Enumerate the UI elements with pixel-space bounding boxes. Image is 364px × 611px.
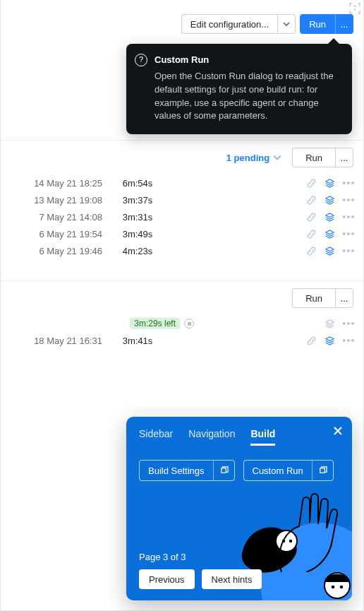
run-button-group: Run ... xyxy=(300,14,353,34)
build-section-1: 1 pending Run ... 14 May 21 18:256m:54s•… xyxy=(1,140,363,259)
corner-brackets-icon xyxy=(346,0,363,17)
layers-icon[interactable] xyxy=(324,211,335,223)
build-row[interactable]: 18 May 21 16:313m:41s••• xyxy=(1,332,363,349)
copy-icon[interactable] xyxy=(312,461,333,480)
build-duration: 3m:31s xyxy=(109,212,166,223)
build-row[interactable]: 6 May 21 19:464m:23s••• xyxy=(1,242,363,259)
link-icon[interactable] xyxy=(305,335,317,346)
edit-config-dropdown[interactable] xyxy=(277,14,296,34)
chevron-down-icon xyxy=(272,153,282,162)
build-time: 14 May 21 18:25 xyxy=(11,178,109,189)
section-run-button[interactable]: Run xyxy=(292,148,335,167)
custom-run-tooltip: ? Custom Run Open the Custom Run dialog … xyxy=(126,44,352,134)
link-icon[interactable] xyxy=(305,211,317,223)
layers-icon[interactable] xyxy=(324,177,335,189)
pill-custom-run[interactable]: Custom Run xyxy=(243,460,334,481)
row-more[interactable]: ••• xyxy=(342,320,353,327)
tab-navigation[interactable]: Navigation xyxy=(188,428,235,446)
build-time: 6 May 21 19:54 xyxy=(11,229,109,239)
layers-icon[interactable] xyxy=(324,335,335,346)
hint-tabs: Sidebar Navigation Build xyxy=(126,417,352,454)
previous-button[interactable]: Previous xyxy=(139,569,195,589)
build-duration: 3m:37s xyxy=(109,195,166,206)
run-button[interactable]: Run xyxy=(300,14,335,34)
pending-text: 1 pending xyxy=(226,153,269,163)
link-icon[interactable] xyxy=(305,194,317,206)
layers-icon[interactable] xyxy=(324,318,335,329)
svg-rect-1 xyxy=(320,468,325,473)
tooltip-title: Custom Run xyxy=(154,54,341,67)
link-icon[interactable] xyxy=(305,245,317,256)
layers-icon[interactable] xyxy=(324,228,335,239)
deco-circle xyxy=(260,523,352,600)
layers-icon[interactable] xyxy=(324,194,335,206)
tooltip-body: Open the Custom Run dialog to readjust t… xyxy=(154,70,341,123)
build-section-2: Run ... 3m:29s left ••• 18 May 21 16:313… xyxy=(1,280,363,349)
build-duration: 3m:49s xyxy=(109,229,166,239)
next-hints-button[interactable]: Next hints xyxy=(202,569,262,589)
topbar: Edit configuration... Run ... xyxy=(1,0,363,34)
edit-config-button-group: Edit configuration... xyxy=(181,14,296,34)
copy-icon[interactable] xyxy=(213,461,234,480)
build-duration: 3m:41s xyxy=(109,336,166,346)
build-time: 13 May 21 19:08 xyxy=(11,195,109,206)
row-more[interactable]: ••• xyxy=(342,179,353,186)
section2-run-button[interactable]: Run xyxy=(292,288,335,308)
row-more[interactable]: ••• xyxy=(342,337,353,344)
row-more[interactable]: ••• xyxy=(342,230,353,237)
running-badge: 3m:29s left xyxy=(130,318,180,329)
run-more-button[interactable]: ... xyxy=(335,14,353,34)
row-more[interactable]: ••• xyxy=(342,247,353,254)
chevron-down-icon xyxy=(283,20,290,28)
hint-page: Page 3 of 3 xyxy=(139,552,262,562)
help-icon: ? xyxy=(135,54,147,66)
build-row[interactable]: 14 May 21 18:256m:54s••• xyxy=(1,174,363,191)
build-row[interactable]: 7 May 21 14:083m:31s••• xyxy=(1,208,363,225)
link-icon[interactable] xyxy=(305,177,317,189)
build-row[interactable]: 6 May 21 19:543m:49s••• xyxy=(1,225,363,242)
build-duration: 6m:54s xyxy=(109,178,166,189)
build-time: 18 May 21 16:31 xyxy=(11,336,109,346)
pending-link[interactable]: 1 pending xyxy=(226,153,282,163)
section2-run-group: Run ... xyxy=(292,288,353,308)
section-run-group: Run ... xyxy=(292,148,353,167)
build-time: 7 May 21 14:08 xyxy=(11,212,109,223)
build-time: 6 May 21 19:46 xyxy=(11,246,109,256)
build-duration: 4m:23s xyxy=(109,246,166,256)
link-icon[interactable] xyxy=(305,228,317,239)
svg-rect-0 xyxy=(221,468,226,473)
tab-build[interactable]: Build xyxy=(250,428,275,446)
pill-label: Build Settings xyxy=(140,461,213,480)
row-more[interactable]: ••• xyxy=(342,213,353,220)
hint-panel: Sidebar Navigation Build Build Settings … xyxy=(126,417,352,600)
section-run-more[interactable]: ... xyxy=(335,148,353,167)
close-button[interactable] xyxy=(329,422,346,439)
edit-config-button[interactable]: Edit configuration... xyxy=(181,14,277,34)
close-icon xyxy=(333,426,343,436)
build-row[interactable]: 13 May 21 19:083m:37s••• xyxy=(1,191,363,208)
pill-build-settings[interactable]: Build Settings xyxy=(139,460,235,481)
section2-run-more[interactable]: ... xyxy=(335,288,353,308)
stop-icon[interactable] xyxy=(184,319,194,328)
pill-label: Custom Run xyxy=(244,461,312,480)
layers-icon[interactable] xyxy=(324,245,335,256)
row-more[interactable]: ••• xyxy=(342,196,353,203)
tab-sidebar[interactable]: Sidebar xyxy=(139,428,173,446)
running-row: 3m:29s left ••• xyxy=(1,315,363,332)
